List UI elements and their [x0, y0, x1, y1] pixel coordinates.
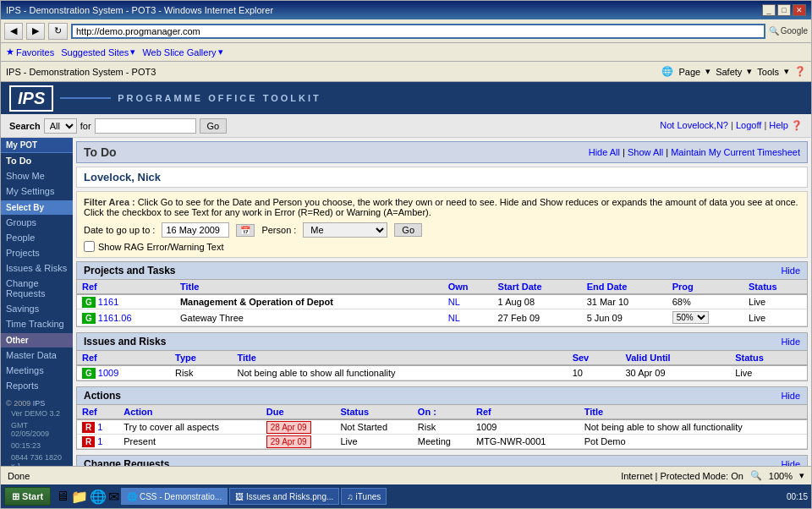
favorites-menu[interactable]: ★ Favorites — [6, 47, 54, 57]
search-type-select[interactable]: All — [44, 118, 77, 134]
table-row: G 1161.06 Gateway Three NL 27 Feb 09 5 J… — [77, 309, 807, 326]
enddate-cell: 31 Mar 10 — [582, 294, 667, 309]
hide-all-link[interactable]: Hide All — [589, 147, 620, 157]
action-cell: Present — [118, 435, 261, 449]
logoff-link[interactable]: Logoff — [736, 120, 761, 130]
col-type: Type — [170, 351, 232, 365]
status-cell: Live — [730, 365, 807, 380]
sidebar-item-issues[interactable]: Issues & Risks — [1, 260, 73, 276]
prog-cell: 50% — [667, 309, 743, 326]
main-content: My POT To Do Show Me My Settings Select … — [1, 138, 811, 466]
table-row: G 1161 Management & Operation of Depot N… — [77, 294, 807, 309]
back-button[interactable]: ◀ — [4, 23, 23, 40]
taskbar-itunes-window[interactable]: ♫ iTunes — [341, 488, 387, 505]
on-ref-cell: 1009 — [471, 419, 579, 435]
progress-select[interactable]: 50% — [672, 311, 709, 324]
close-button[interactable]: ✕ — [793, 4, 806, 16]
sidebar-item-people[interactable]: People — [1, 230, 73, 245]
help-link[interactable]: Help — [769, 120, 788, 130]
rag-checkbox[interactable] — [84, 241, 95, 252]
help-icon[interactable]: ❓ — [794, 66, 806, 77]
phone: 0844 736 1820 x 1 — [6, 452, 68, 466]
date-row: Date to go up to : 📅 Person : Me Go — [84, 222, 800, 238]
taskbar-issues-window[interactable]: 🖼 Issues and Risks.png... — [229, 488, 339, 505]
actions-hide[interactable]: Hide — [781, 391, 800, 401]
todo-header: To Do Hide All | Show All | Maintain My … — [76, 141, 808, 163]
page-content: To Do Hide All | Show All | Maintain My … — [73, 138, 811, 466]
maximize-button[interactable]: □ — [777, 4, 791, 16]
sidebar-item-todo[interactable]: To Do — [1, 153, 73, 168]
rag-label: Show RAG Error/Warning Text — [98, 242, 224, 252]
browser-window: IPS - Demonstration System - POT3 - Wind… — [0, 0, 812, 509]
go-button[interactable]: Go — [394, 223, 422, 237]
change-requests-hide[interactable]: Hide — [781, 459, 800, 466]
col-startdate: Start Date — [493, 280, 582, 294]
app-wrapper: IPS PROGRAMME OFFICE TOOLKIT Search All … — [1, 82, 811, 484]
issues-risks-section: Issues and Risks Hide Ref Type Title Sev… — [76, 332, 808, 381]
sidebar-item-projects[interactable]: Projects — [1, 245, 73, 260]
status-cell: Not Started — [335, 419, 412, 435]
col-title: Title — [175, 280, 443, 294]
issues-risks-hide[interactable]: Hide — [781, 337, 800, 347]
forward-button[interactable]: ▶ — [26, 23, 45, 40]
taskbar-icon-4: ✉ — [108, 489, 119, 505]
sidebar-item-master[interactable]: Master Data — [1, 348, 73, 363]
show-all-link[interactable]: Show All — [628, 147, 663, 157]
taskbar-icon-3: 🌐 — [90, 489, 107, 505]
sidebar-item-savings[interactable]: Savings — [1, 301, 73, 316]
page-menu[interactable]: Page — [678, 67, 700, 77]
address-input[interactable] — [71, 24, 765, 39]
ips-link[interactable]: IPS — [33, 399, 46, 408]
search-input[interactable] — [95, 118, 196, 134]
ips-logo: IPS — [9, 85, 53, 112]
todo-title: To Do — [84, 145, 117, 159]
person-select[interactable]: Me — [303, 222, 387, 238]
validuntil-cell: 30 Apr 09 — [620, 365, 730, 380]
sidebar-item-meetings[interactable]: Meetings — [1, 363, 73, 378]
start-button[interactable]: ⊞ Start — [4, 487, 51, 506]
sidebar-footer: © 2009 IPS Ver DEMO 3.2 GMT 02/05/2009 0… — [1, 397, 73, 466]
own-cell: NL — [443, 309, 493, 326]
change-requests-title: Change Requests — [84, 458, 169, 466]
rag-cell: R 1 — [77, 435, 118, 449]
taskbar-css-window[interactable]: 🌐 CSS - Demonstratio... — [121, 488, 228, 505]
calendar-button[interactable]: 📅 — [236, 224, 255, 237]
ie-toolbar-right: 🌐 Page ▾ Safety ▾ Tools ▾ ❓ — [661, 66, 806, 77]
ie-toolbar: IPS - Demonstration System - POT3 🌐 Page… — [1, 62, 811, 82]
sidebar-item-reports[interactable]: Reports — [1, 378, 73, 393]
address-bar — [71, 24, 765, 39]
taskbar-icon-1: 🖥 — [56, 489, 69, 505]
projects-tasks-table: Ref Title Own Start Date End Date Prog S… — [77, 280, 807, 326]
rag-cell: G 1161 — [77, 294, 175, 309]
sidebar-item-time[interactable]: Time Tracking — [1, 316, 73, 331]
todo-links: Hide All | Show All | Maintain My Curren… — [589, 147, 800, 157]
projects-tasks-hide[interactable]: Hide — [781, 265, 800, 276]
web-slice-gallery[interactable]: Web Slice Gallery ▾ — [142, 47, 222, 57]
date-gmt: GMT 02/05/2009 — [6, 419, 68, 440]
time-display: 00:15:23 — [6, 440, 68, 452]
window-controls: _ □ ✕ — [762, 4, 806, 16]
table-row: R 1 Try to cover all aspects 28 Apr 09 N… — [77, 419, 807, 435]
security-text: Internet | Protected Mode: On — [621, 471, 743, 481]
minimize-button[interactable]: _ — [762, 4, 776, 16]
sidebar-item-settings[interactable]: My Settings — [1, 183, 73, 199]
sidebar-item-groups[interactable]: Groups — [1, 215, 73, 230]
not-user-link[interactable]: Not Lovelock,N? — [660, 120, 728, 130]
sidebar-item-showme[interactable]: Show Me — [1, 168, 73, 183]
taskbar-icon-2: 📁 — [71, 489, 88, 505]
safety-menu[interactable]: Safety — [716, 67, 742, 77]
date-input[interactable] — [162, 222, 229, 238]
maintain-timesheet-link[interactable]: Maintain My Current Timesheet — [671, 147, 800, 157]
search-go-button[interactable]: Go — [200, 118, 228, 134]
startdate-cell: 1 Aug 08 — [493, 294, 582, 309]
table-row: R 1 Present 29 Apr 09 Live Meeting MTG-N… — [77, 435, 807, 449]
sidebar-item-changes[interactable]: Change Requests — [1, 276, 73, 301]
tools-menu[interactable]: Tools — [757, 67, 779, 77]
on-cell: Meeting — [413, 435, 471, 449]
zoom-icon: 🔍 — [750, 470, 762, 481]
suggested-sites[interactable]: Suggested Sites ▾ — [61, 47, 135, 57]
issues-risks-table: Ref Type Title Sev Valid Until Status G … — [77, 351, 807, 380]
prog-cell: 68% — [667, 294, 743, 309]
zoom-level: 100% — [769, 471, 793, 481]
refresh-button[interactable]: ↻ — [48, 23, 68, 40]
